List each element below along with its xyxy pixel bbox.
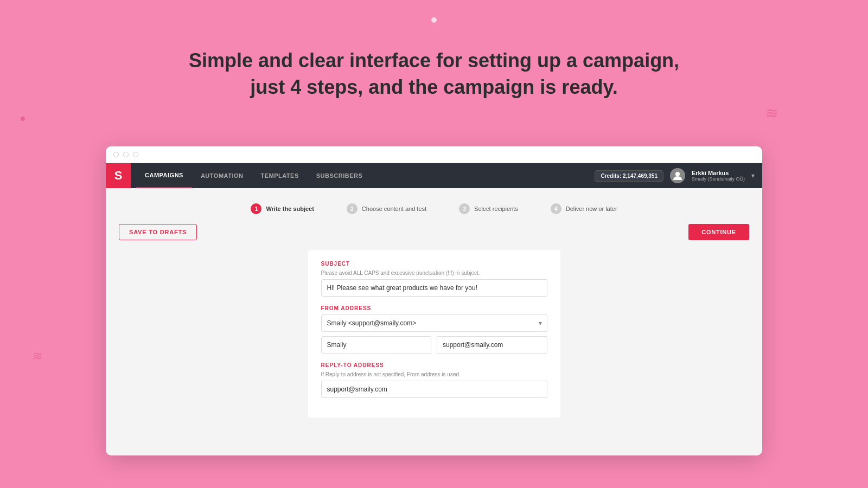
user-info: Erkki Markus Smaily (Sendsmaily OÜ): [692, 170, 745, 182]
from-name-input[interactable]: [321, 336, 432, 354]
steps-bar: 1 Write the subject 2 Choose content and…: [119, 199, 749, 224]
from-email-input[interactable]: [437, 336, 547, 354]
step-3-label: Select recipients: [474, 206, 518, 212]
step-1-circle: 1: [251, 203, 261, 214]
step-1: 1 Write the subject: [251, 203, 314, 214]
chrome-dot-3: [133, 152, 138, 157]
user-name: Erkki Markus: [692, 170, 745, 176]
from-address-select[interactable]: Smaily <support@smaily.com>: [321, 314, 547, 332]
app-logo: S: [106, 163, 131, 188]
subject-group: SUBJECT Please avoid ALL CAPS and excess…: [321, 261, 547, 297]
reply-to-group: REPLY-TO ADDRESS If Reply-to address is …: [321, 362, 547, 398]
reply-to-input[interactable]: [321, 381, 547, 398]
nav-right: Credits: 2,147,469,351 Erkki Markus Smai…: [595, 168, 762, 183]
svg-point-0: [675, 172, 680, 176]
reply-to-label: REPLY-TO ADDRESS: [321, 362, 547, 368]
user-dropdown-icon[interactable]: ▾: [751, 172, 755, 179]
browser-window: S CAMPAIGNS AUTOMATION TEMPLATES SUBSCRI…: [106, 146, 762, 455]
step-4: 4 Deliver now or later: [551, 203, 617, 214]
deco-wave-left: ≋: [33, 349, 40, 363]
from-address-group: FROM ADDRESS Smaily <support@smaily.com>: [321, 305, 547, 354]
continue-button[interactable]: CONTINUE: [688, 224, 749, 240]
buttons-row: SAVE TO DRAFTS CONTINUE: [119, 224, 749, 240]
reply-to-hint: If Reply-to address is not specified, Fr…: [321, 371, 547, 377]
nav-campaigns[interactable]: CAMPAIGNS: [136, 163, 192, 188]
step-4-label: Deliver now or later: [566, 206, 617, 212]
subject-hint: Please avoid ALL CAPS and excessive punc…: [321, 270, 547, 276]
nav-automation[interactable]: AUTOMATION: [192, 163, 252, 188]
step-2-circle: 2: [347, 203, 358, 214]
nav-subscribers[interactable]: SUBSCRIBERS: [308, 163, 372, 188]
step-3: 3 Select recipients: [459, 203, 518, 214]
step-1-label: Write the subject: [266, 206, 314, 212]
nav-links: CAMPAIGNS AUTOMATION TEMPLATES SUBSCRIBE…: [136, 163, 371, 188]
step-3-circle: 3: [459, 203, 470, 214]
subject-input[interactable]: [321, 279, 547, 297]
from-address-label: FROM ADDRESS: [321, 305, 547, 311]
from-address-row: [321, 336, 547, 354]
step-4-circle: 4: [551, 203, 561, 214]
from-address-select-wrapper: Smaily <support@smaily.com>: [321, 314, 547, 332]
app-nav: S CAMPAIGNS AUTOMATION TEMPLATES SUBSCRI…: [106, 163, 762, 188]
deco-dot-left: [21, 117, 25, 121]
content-area: 1 Write the subject 2 Choose content and…: [106, 188, 762, 428]
save-drafts-button[interactable]: SAVE TO DRAFTS: [119, 224, 197, 240]
nav-templates[interactable]: TEMPLATES: [252, 163, 307, 188]
user-avatar: [670, 168, 685, 183]
chrome-dot-1: [113, 152, 119, 157]
chrome-dot-2: [123, 152, 129, 157]
browser-chrome: [106, 146, 762, 163]
subject-label: SUBJECT: [321, 261, 547, 267]
deco-dot-top: [431, 17, 437, 23]
user-org: Smaily (Sendsmaily OÜ): [692, 176, 745, 182]
hero-heading: Simple and clear interface for setting u…: [0, 48, 868, 100]
step-2: 2 Choose content and test: [347, 203, 426, 214]
form-card: SUBJECT Please avoid ALL CAPS and excess…: [308, 250, 560, 418]
credits-badge: Credits: 2,147,469,351: [595, 170, 663, 182]
deco-wave-right: ≋: [765, 104, 776, 122]
step-2-label: Choose content and test: [362, 206, 426, 212]
